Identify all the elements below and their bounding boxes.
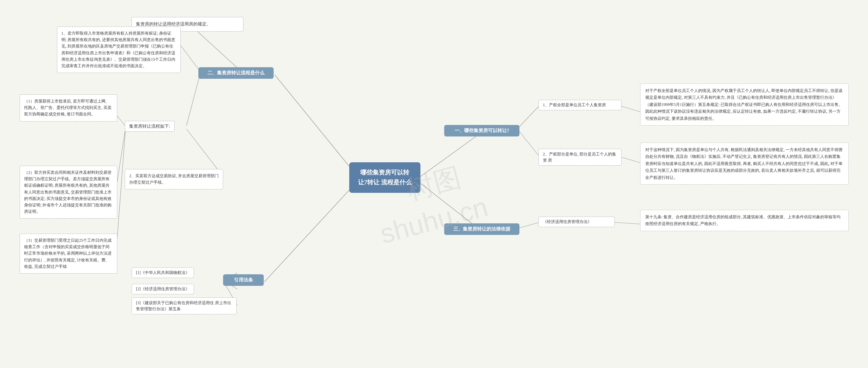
right-s1-box2: 2、产权部分是单位, 部分是员工个人的集资 房 bbox=[538, 149, 622, 166]
cite-box-1: [1]《中华人民共和国物权法》 bbox=[132, 268, 194, 278]
svg-line-0 bbox=[420, 132, 481, 177]
watermark2: shuhu.cn bbox=[377, 191, 491, 250]
mindmap-canvas: 树图 shuhu.cn 哪些集资房可以转让?转让 流程是什么 一、哪些集资房可以… bbox=[0, 0, 868, 368]
cite-box-3: [3]《建设部关于已购公有住房和经济适用住 房上市出售管理暂行办法》第五条 bbox=[132, 297, 237, 314]
left-box-2: 2、买卖双方达成交易协议, 并去房屋交易管理部门办理立契过户手续。 bbox=[125, 169, 223, 189]
right-s1-box1: 1、产权全部是单位员工个人集资房 bbox=[538, 100, 622, 110]
svg-line-7 bbox=[117, 115, 125, 126]
section-header-3: 三、集资房转让的法律依据 bbox=[444, 223, 519, 235]
svg-line-12 bbox=[519, 131, 539, 156]
section-header-2: 二、集资房转让流程是什么 bbox=[198, 67, 274, 79]
left-box-3: （2）双方持买卖合同和相关证件及材料到交易管理部门办理立契过户手续。卖方须提交房… bbox=[20, 166, 117, 219]
svg-line-16 bbox=[614, 222, 641, 224]
cite-box-2: [2]《经济适用住房管理办法》 bbox=[132, 284, 194, 294]
svg-line-10 bbox=[117, 130, 125, 241]
svg-line-8 bbox=[186, 129, 222, 175]
svg-line-14 bbox=[620, 157, 641, 163]
svg-line-9 bbox=[117, 128, 125, 183]
right-s1-text1: 对于产权全部是单位员工个人的情况, 因为产权属于员工个人的转让人, 即使单位内部… bbox=[640, 84, 849, 126]
svg-line-13 bbox=[620, 106, 641, 112]
right-s1-text2: 对于这种情况下, 因为集资房是单位与个人共有, 根据民法通则及相关法律规定, 一… bbox=[640, 143, 849, 185]
right-s3-text1: 第十九条: 集资、合作建房是经济适用住房的组成部分, 其建筑标准、优惠政策、上市… bbox=[640, 210, 849, 231]
svg-line-3 bbox=[264, 190, 349, 282]
left-box-4: （3）交易管理部门受理之日起25个工作日内完成核查工作（含对申报的买卖成交价格明… bbox=[20, 234, 117, 274]
svg-line-1 bbox=[275, 75, 349, 166]
svg-line-5 bbox=[180, 44, 200, 71]
left-main-box: 1、卖方即取得入市资格房屋所有权人持房屋所有权证; 身份证明; 房屋所有权共有的… bbox=[57, 26, 181, 73]
svg-line-6 bbox=[186, 74, 200, 126]
left-box-1: （1）房屋获得上市批准后, 卖方即可通过上网、托熟人、登广告、委托代理等方式找到… bbox=[20, 94, 117, 122]
section-header-1: 一、哪些集资房可以转让? bbox=[444, 125, 519, 136]
central-node: 哪些集资房可以转让?转让 流程是什么 bbox=[349, 162, 420, 193]
section-header-cite: 引用法条 bbox=[223, 274, 264, 286]
svg-line-11 bbox=[519, 106, 539, 127]
svg-line-15 bbox=[519, 222, 539, 228]
flow-label: 集资房转让流程如下: bbox=[125, 121, 175, 132]
right-s3-box1: 《经济适用住房管理办法》 bbox=[538, 217, 615, 227]
